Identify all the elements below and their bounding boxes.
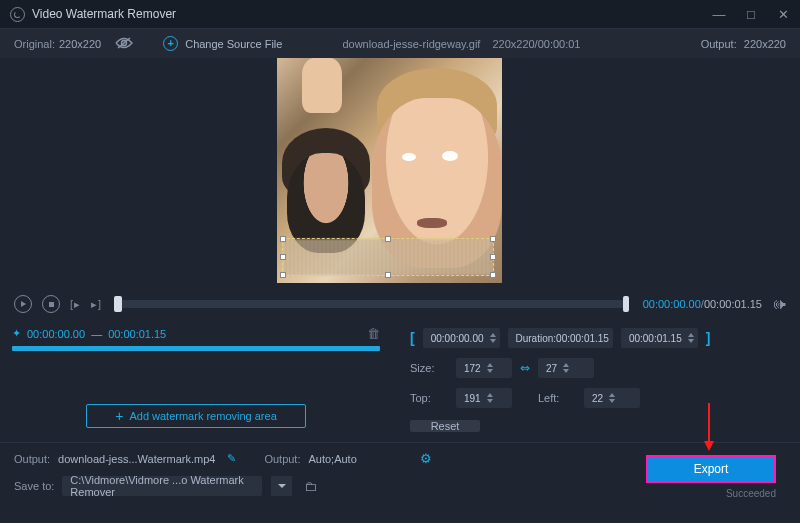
maximize-icon[interactable]: □ — [744, 7, 758, 22]
change-source-button[interactable]: + Change Source File — [163, 36, 282, 51]
plus-circle-icon: + — [163, 36, 178, 51]
position-row: Top: 191 Left: 22 — [410, 388, 782, 408]
segment-end: 00:00:01.15 — [108, 328, 166, 340]
properties-pane: [ 00:00:00.00 Duration:00:00:01.15 00:00… — [392, 318, 800, 442]
delete-segment-icon[interactable]: 🗑 — [367, 326, 380, 341]
step-down[interactable] — [688, 339, 694, 343]
step-down[interactable] — [490, 339, 496, 343]
link-icon[interactable]: ⇔ — [520, 361, 530, 375]
add-area-button[interactable]: + Add watermark removing area — [86, 404, 306, 428]
height-field[interactable]: 27 — [538, 358, 594, 378]
app-logo-icon — [10, 7, 25, 22]
segment-header[interactable]: ✦ 00:00:00.00 — 00:00:01.15 🗑 — [12, 326, 380, 341]
duration-field[interactable]: Duration:00:00:01.15 — [508, 328, 613, 348]
preview-canvas[interactable] — [0, 58, 800, 290]
segment-bar[interactable] — [12, 346, 380, 351]
add-area-label: Add watermark removing area — [129, 410, 276, 422]
window-controls: — □ ✕ — [712, 7, 790, 22]
output-dim-group: Output: 220x220 — [701, 38, 786, 50]
playback-bar: [▸ ▸] 00:00:00.00/00:00:01.15 🕪 — [0, 290, 800, 318]
save-to-label: Save to: — [14, 480, 54, 492]
status-text: Succeeded — [726, 488, 776, 499]
play-button[interactable] — [14, 295, 32, 313]
visibility-off-icon[interactable] — [115, 36, 133, 52]
width-field[interactable]: 172 — [456, 358, 512, 378]
titlebar: Video Watermark Remover — □ ✕ — [0, 0, 800, 28]
size-row: Size: 172 ⇔ 27 — [410, 358, 782, 378]
left-field[interactable]: 22 — [584, 388, 640, 408]
segment-start: 00:00:00.00 — [27, 328, 85, 340]
app-title: Video Watermark Remover — [32, 7, 176, 21]
fileinfo-text: 220x220/00:00:01 — [492, 38, 580, 50]
edit-filename-icon[interactable]: ✎ — [227, 452, 236, 465]
top-field[interactable]: 191 — [456, 388, 512, 408]
timeline-track[interactable] — [116, 300, 629, 308]
save-path-field[interactable]: C:\Vidmore\Vidmore ...o Watermark Remove… — [62, 476, 262, 496]
path-dropdown-button[interactable] — [270, 476, 292, 496]
output-preset-label: Output: — [264, 453, 300, 465]
settings-icon[interactable]: ⚙ — [420, 451, 432, 466]
watermark-blur-area — [283, 239, 493, 275]
end-time-field[interactable]: 00:00:01.15 — [621, 328, 698, 348]
filename-text: download-jesse-ridgeway.gif — [342, 38, 480, 50]
open-folder-icon[interactable]: 🗀 — [304, 479, 317, 494]
minimize-icon[interactable]: — — [712, 7, 726, 22]
stop-button[interactable] — [42, 295, 60, 313]
export-button[interactable]: Export — [646, 455, 776, 483]
eraser-icon: ✦ — [12, 327, 21, 340]
size-label: Size: — [410, 362, 448, 374]
plus-icon: + — [115, 409, 123, 423]
top-label: Top: — [410, 392, 448, 404]
footer: Output: download-jess...Watermark.mp4 ✎ … — [0, 442, 800, 504]
left-label: Left: — [538, 392, 576, 404]
timecode: 00:00:00.00/00:00:01.15 — [643, 298, 762, 311]
in-bracket-button[interactable]: [ — [410, 330, 415, 346]
time-range-row: [ 00:00:00.00 Duration:00:00:01.15 00:00… — [410, 328, 782, 348]
info-bar: Original: 220x220 + Change Source File d… — [0, 28, 800, 58]
output-preset-value: Auto;Auto — [308, 453, 408, 465]
mid-panels: ✦ 00:00:00.00 — 00:00:01.15 🗑 + Add wate… — [0, 318, 800, 442]
svg-marker-3 — [704, 441, 714, 451]
close-icon[interactable]: ✕ — [776, 7, 790, 22]
change-source-label: Change Source File — [185, 38, 282, 50]
reset-button[interactable]: Reset — [410, 420, 480, 432]
mark-out-button[interactable]: ▸] — [91, 298, 102, 311]
step-up[interactable] — [688, 333, 694, 337]
mark-in-button[interactable]: [▸ — [70, 298, 81, 311]
out-bracket-button[interactable]: ] — [706, 330, 711, 346]
step-up[interactable] — [490, 333, 496, 337]
timeline-thumb[interactable] — [114, 296, 122, 312]
volume-icon[interactable]: 🕪 — [772, 296, 786, 312]
original-label: Original: — [14, 38, 55, 50]
output-dim: 220x220 — [744, 38, 786, 50]
start-time-field[interactable]: 00:00:00.00 — [423, 328, 500, 348]
output-label: Output: — [701, 38, 737, 50]
current-time: 00:00:00.00 — [643, 298, 701, 310]
output-file-value: download-jess...Watermark.mp4 — [58, 453, 215, 465]
output-file-label: Output: — [14, 453, 50, 465]
original-dim: 220x220 — [59, 38, 101, 50]
segments-pane: ✦ 00:00:00.00 — 00:00:01.15 🗑 + Add wate… — [0, 318, 392, 442]
timeline-end-thumb[interactable] — [623, 296, 629, 312]
total-time: 00:00:01.15 — [704, 298, 762, 310]
